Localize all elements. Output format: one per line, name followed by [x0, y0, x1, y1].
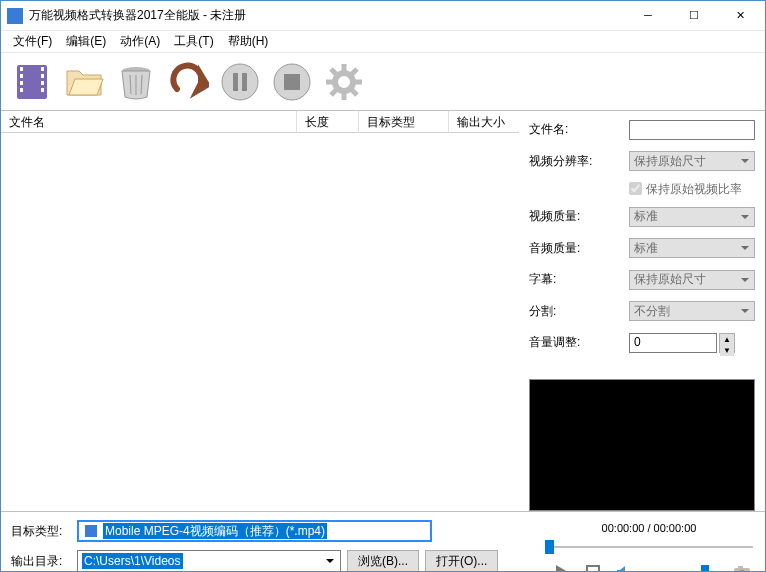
- open-folder-button[interactable]: [61, 59, 107, 105]
- resolution-dropdown[interactable]: 保持原始尺寸: [629, 151, 755, 171]
- add-file-button[interactable]: [9, 59, 55, 105]
- svg-rect-31: [738, 566, 743, 569]
- col-length[interactable]: 长度: [297, 111, 359, 133]
- svg-rect-2: [20, 74, 23, 78]
- close-button[interactable]: ✕: [717, 1, 763, 31]
- keep-aspect-checkbox[interactable]: [629, 182, 642, 195]
- trash-icon: [115, 61, 157, 103]
- split-label: 分割:: [529, 303, 629, 320]
- menu-tools[interactable]: 工具(T): [168, 31, 219, 52]
- volume-input[interactable]: 0: [629, 333, 717, 353]
- output-dir-label: 输出目录:: [11, 553, 77, 570]
- stop-button[interactable]: [269, 59, 315, 105]
- main-area: 文件名 长度 目标类型 输出大小 文件名: 视频分辨率: 保持原始尺寸 保持原始…: [1, 111, 765, 511]
- svg-rect-14: [233, 73, 238, 91]
- svg-line-26: [352, 69, 357, 74]
- folder-icon: [63, 61, 105, 103]
- toolbar: [1, 53, 765, 111]
- redo-arrow-icon: [167, 61, 209, 103]
- target-type-label: 目标类型:: [11, 523, 77, 540]
- film-icon: [11, 61, 53, 103]
- browse-button[interactable]: 浏览(B)...: [347, 550, 419, 572]
- file-list[interactable]: [1, 133, 519, 511]
- svg-point-13: [222, 64, 258, 100]
- audio-quality-dropdown[interactable]: 标准: [629, 238, 755, 258]
- speaker-icon[interactable]: [615, 564, 631, 572]
- subtitle-label: 字幕:: [529, 271, 629, 288]
- svg-rect-1: [20, 67, 23, 71]
- app-icon: [7, 8, 23, 24]
- svg-rect-7: [41, 81, 44, 85]
- list-header: 文件名 长度 目标类型 输出大小: [1, 111, 519, 133]
- open-button[interactable]: 打开(O)...: [425, 550, 498, 572]
- play-icon[interactable]: [553, 563, 571, 572]
- svg-rect-6: [41, 74, 44, 78]
- col-target-type[interactable]: 目标类型: [359, 111, 449, 133]
- volume-slider[interactable]: [645, 564, 719, 572]
- svg-rect-17: [284, 74, 300, 90]
- svg-line-24: [352, 90, 357, 95]
- menu-edit[interactable]: 编辑(E): [60, 31, 112, 52]
- svg-rect-3: [20, 81, 23, 85]
- pause-icon: [219, 61, 261, 103]
- file-list-panel: 文件名 长度 目标类型 输出大小: [1, 111, 519, 511]
- properties-panel: 文件名: 视频分辨率: 保持原始尺寸 保持原始视频比率 视频质量: 标准 音频质…: [519, 111, 765, 511]
- playback-time: 00:00:00 / 00:00:00: [543, 518, 755, 539]
- resolution-label: 视频分辨率:: [529, 153, 629, 170]
- output-dir-value: C:\Users\1\Videos: [82, 553, 183, 570]
- delete-button[interactable]: [113, 59, 159, 105]
- output-dir-combo[interactable]: C:\Users\1\Videos: [77, 550, 341, 572]
- video-quality-label: 视频质量:: [529, 208, 629, 225]
- subtitle-dropdown[interactable]: 保持原始尺寸: [629, 270, 755, 290]
- volume-spinner[interactable]: ▲▼: [719, 333, 735, 353]
- filename-input[interactable]: [629, 120, 755, 140]
- video-quality-dropdown[interactable]: 标准: [629, 207, 755, 227]
- maximize-button[interactable]: ☐: [671, 1, 717, 31]
- svg-point-18: [335, 73, 353, 91]
- svg-rect-15: [242, 73, 247, 91]
- pause-button[interactable]: [217, 59, 263, 105]
- menu-action[interactable]: 动作(A): [114, 31, 166, 52]
- device-icon: [83, 523, 99, 539]
- settings-button[interactable]: [321, 59, 367, 105]
- col-filename[interactable]: 文件名: [1, 111, 297, 133]
- seek-slider[interactable]: [545, 539, 753, 555]
- target-type-value: Mobile MPEG-4视频编码（推荐）(*.mp4): [103, 523, 327, 540]
- svg-rect-27: [85, 525, 97, 537]
- video-stop-icon[interactable]: [585, 564, 601, 572]
- svg-rect-8: [41, 88, 44, 92]
- svg-line-23: [331, 69, 336, 74]
- split-dropdown[interactable]: 不分割: [629, 301, 755, 321]
- target-type-dropdown[interactable]: Mobile MPEG-4视频编码（推荐）(*.mp4): [77, 520, 432, 542]
- audio-quality-label: 音频质量:: [529, 240, 629, 257]
- window-title: 万能视频格式转换器2017全能版 - 未注册: [29, 7, 625, 24]
- camera-icon[interactable]: [733, 564, 751, 572]
- menu-help[interactable]: 帮助(H): [222, 31, 275, 52]
- gear-icon: [323, 61, 365, 103]
- svg-rect-4: [20, 88, 23, 92]
- preview-area: [529, 379, 755, 511]
- svg-rect-5: [41, 67, 44, 71]
- stop-icon: [271, 61, 313, 103]
- menubar: 文件(F) 编辑(E) 动作(A) 工具(T) 帮助(H): [1, 31, 765, 53]
- bottom-panel: 目标类型: Mobile MPEG-4视频编码（推荐）(*.mp4) 输出目录:…: [1, 511, 765, 572]
- volume-label: 音量调整:: [529, 334, 629, 351]
- menu-file[interactable]: 文件(F): [7, 31, 58, 52]
- keep-aspect-label: 保持原始视频比率: [646, 181, 742, 198]
- svg-line-25: [331, 90, 336, 95]
- convert-button[interactable]: [165, 59, 211, 105]
- col-output-size[interactable]: 输出大小: [449, 111, 519, 133]
- minimize-button[interactable]: ─: [625, 1, 671, 31]
- titlebar: 万能视频格式转换器2017全能版 - 未注册 ─ ☐ ✕: [1, 1, 765, 31]
- filename-label: 文件名:: [529, 121, 629, 138]
- svg-rect-28: [587, 566, 599, 572]
